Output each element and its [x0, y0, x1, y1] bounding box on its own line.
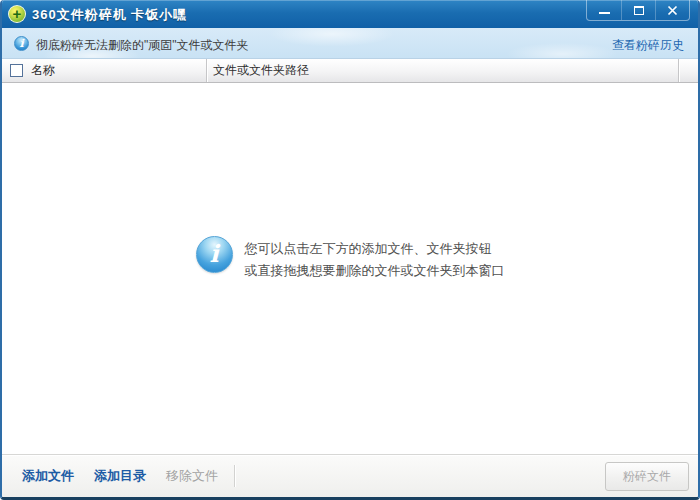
- file-drop-area[interactable]: i 您可以点击左下方的添加文件、文件夹按钮 或直接拖拽想要删除的文件或文件夹到本…: [2, 84, 698, 455]
- empty-state: i 您可以点击左下方的添加文件、文件夹按钮 或直接拖拽想要删除的文件或文件夹到本…: [2, 236, 698, 282]
- maximize-button[interactable]: [621, 0, 655, 20]
- empty-state-text: 您可以点击左下方的添加文件、文件夹按钮 或直接拖拽想要删除的文件或文件夹到本窗口: [245, 236, 505, 282]
- app-window: + 360文件粉碎机 卡饭小嘿 i 彻底粉碎无法删除的"顽固"文件或文件夹 查看…: [0, 0, 700, 500]
- list-header: 名称 文件或文件夹路径: [2, 59, 698, 83]
- maximize-icon: [634, 6, 644, 15]
- close-icon: [667, 5, 678, 16]
- toolbar-divider: [234, 465, 235, 487]
- window-controls: [586, 0, 690, 21]
- app-icon: +: [8, 5, 26, 23]
- title-bar[interactable]: + 360文件粉碎机 卡饭小嘿: [0, 0, 700, 28]
- add-file-button[interactable]: 添加文件: [12, 461, 84, 491]
- remove-file-button[interactable]: 移除文件: [156, 461, 228, 491]
- info-icon: i: [14, 36, 29, 51]
- column-header-path[interactable]: 文件或文件夹路径: [206, 59, 678, 82]
- info-bar: i 彻底粉碎无法删除的"顽固"文件或文件夹 查看粉碎历史: [2, 28, 698, 59]
- bottom-toolbar: 添加文件 添加目录 移除文件 粉碎文件: [2, 454, 698, 497]
- select-all-checkbox[interactable]: [10, 64, 23, 77]
- shred-file-button[interactable]: 粉碎文件: [605, 462, 689, 491]
- window-title: 360文件粉碎机 卡饭小嘿: [32, 6, 187, 24]
- minimize-button[interactable]: [587, 0, 621, 20]
- info-icon-large: i: [196, 236, 233, 273]
- column-path-label: 文件或文件夹路径: [213, 62, 309, 79]
- column-name-label: 名称: [31, 62, 55, 79]
- info-bar-message: 彻底粉碎无法删除的"顽固"文件或文件夹: [36, 37, 249, 54]
- column-header-spacer: [678, 59, 698, 82]
- minimize-icon: [599, 12, 610, 14]
- column-header-name[interactable]: 名称: [2, 59, 206, 82]
- add-directory-button[interactable]: 添加目录: [84, 461, 156, 491]
- empty-state-line2: 或直接拖拽想要删除的文件或文件夹到本窗口: [245, 260, 505, 282]
- close-button[interactable]: [655, 0, 689, 20]
- shred-history-link[interactable]: 查看粉碎历史: [612, 37, 684, 54]
- empty-state-line1: 您可以点击左下方的添加文件、文件夹按钮: [245, 238, 505, 260]
